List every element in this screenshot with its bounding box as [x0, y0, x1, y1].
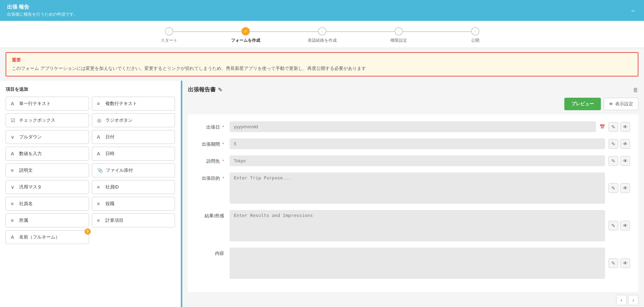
edit-field-button-results[interactable]: ✎: [609, 221, 618, 231]
sidebar-item-multi-text[interactable]: ≡複数行テキスト: [92, 97, 175, 111]
sidebar-item-employee-id[interactable]: ≡社員ID: [92, 180, 175, 194]
edit-field-button-destination[interactable]: ✎: [609, 156, 618, 166]
item-icon-fullname: A: [11, 234, 16, 240]
field-input-destination[interactable]: [230, 155, 605, 166]
warning-banner: 重要 このフォーム アプリケーションには変更を加えないでください。変更するとリン…: [6, 52, 638, 76]
stepper-step-0[interactable]: ○ スタート: [131, 27, 207, 43]
item-label-calc: 計算項目: [105, 217, 124, 224]
sidebar-item-file[interactable]: 📎ファイル添付: [92, 163, 175, 177]
view-field-button-results[interactable]: 👁: [620, 221, 630, 231]
next-page-button[interactable]: ›: [628, 295, 638, 305]
field-wrap-trip-date: 📅 ✎ 👁: [230, 121, 630, 132]
sidebar-item-calc[interactable]: ≡計算項目: [92, 213, 175, 227]
step-label-3: 権限設定: [390, 38, 407, 43]
form-row-content: 内容 ✎ 👁: [196, 248, 630, 279]
form-actions: プレビュー 👁 表示設定: [188, 98, 638, 110]
view-field-button-destination[interactable]: 👁: [620, 156, 630, 166]
form-row-trip-date: 出張日 * 📅 ✎ 👁: [196, 121, 630, 132]
sidebar-item-employee-name[interactable]: ≡社員名: [6, 197, 89, 211]
field-textarea-content[interactable]: [230, 248, 605, 279]
view-field-button-trip-purpose[interactable]: 👁: [620, 183, 630, 193]
sidebar-item-number[interactable]: A数値を入力: [6, 147, 89, 161]
stepper-step-2[interactable]: ○ 承認経路を作成: [284, 27, 360, 43]
sidebar: 項目を追加 A単一行テキスト≡複数行テキスト☑チェックボックス◎ラジオボタン∨プ…: [0, 81, 181, 307]
form-area: 出張報告書 ✎ 🗑 プレビュー 👁 表示設定 出張日 * 📅 ✎ 👁 出張期間 …: [182, 81, 644, 307]
item-label-pulldown: プルダウン: [19, 134, 42, 140]
edit-field-button-trip-period[interactable]: ✎: [609, 139, 618, 149]
form-row-results: 結果/所感 ✎ 👁: [196, 210, 630, 241]
item-icon-description: ≡: [11, 168, 16, 173]
step-circle-0: ○: [165, 27, 173, 35]
item-label-description: 説明文: [19, 167, 33, 173]
field-input-trip-period[interactable]: [230, 138, 605, 149]
form-title-text: 出張報告書: [188, 86, 216, 94]
item-icon-file: 📎: [97, 168, 103, 173]
field-actions-content: ✎ 👁: [609, 258, 630, 268]
sidebar-item-description[interactable]: ≡説明文: [6, 163, 89, 177]
stepper-step-1[interactable]: ✓ フォームを作成: [207, 27, 284, 43]
view-field-button-trip-period[interactable]: 👁: [620, 139, 630, 149]
field-input-trip-date[interactable]: [230, 121, 596, 132]
main-layout: 項目を追加 A単一行テキスト≡複数行テキスト☑チェックボックス◎ラジオボタン∨プ…: [0, 81, 644, 307]
eye-icon: 👁: [609, 102, 613, 107]
sidebar-item-datetime[interactable]: A日時: [92, 147, 175, 161]
required-mark: *: [222, 142, 224, 147]
sidebar-item-date[interactable]: A日付: [92, 130, 175, 144]
field-label-results: 結果/所感: [196, 210, 224, 219]
required-mark: *: [222, 159, 224, 164]
sidebar-item-radio[interactable]: ◎ラジオボタン: [92, 113, 175, 127]
sidebar-item-position[interactable]: ≡役職: [92, 197, 175, 211]
item-icon-radio: ◎: [97, 118, 103, 123]
item-icon-number: A: [11, 151, 16, 156]
field-actions-trip-date: ✎ 👁: [609, 122, 630, 132]
item-icon-date: A: [97, 134, 103, 140]
item-label-dept: 所属: [19, 217, 28, 224]
item-label-multi-text: 複数行テキスト: [105, 100, 137, 107]
item-icon-single-text: A: [11, 101, 16, 106]
prev-page-button[interactable]: ‹: [616, 295, 627, 305]
item-icon-dept: ≡: [11, 218, 16, 223]
display-button-label: 表示設定: [615, 101, 633, 107]
step-circle-2: ○: [318, 27, 326, 35]
back-button[interactable]: ←: [630, 7, 637, 15]
step-label-2: 承認経路を作成: [308, 38, 337, 43]
view-field-button-trip-date[interactable]: 👁: [620, 122, 630, 132]
preview-button[interactable]: プレビュー: [564, 98, 601, 110]
item-label-checkbox: チェックボックス: [19, 117, 55, 123]
item-label-employee-name: 社員名: [19, 201, 33, 207]
form-edit-icon[interactable]: ✎: [218, 87, 222, 93]
edit-field-button-content[interactable]: ✎: [609, 258, 618, 268]
form-title-actions: 🗑: [633, 87, 638, 93]
field-label-trip-purpose: 出張目的 *: [196, 172, 224, 181]
step-label-0: スタート: [161, 38, 177, 43]
form-card: 出張日 * 📅 ✎ 👁 出張期間 * ✎ 👁 訪問先 * ✎ 👁 出張目的 * …: [188, 114, 638, 292]
sidebar-item-pulldown[interactable]: ∨プルダウン: [6, 130, 89, 144]
item-icon-position: ≡: [97, 201, 103, 207]
stepper-step-3[interactable]: ○ 権限設定: [360, 27, 437, 43]
field-textarea-results[interactable]: [230, 210, 605, 241]
header: 出張 報告 出張後に報告を行うための申請です。 ←: [0, 0, 644, 21]
sidebar-item-fullname[interactable]: A名前（フルネーム）?: [6, 230, 89, 244]
sidebar-title: 項目を追加: [6, 86, 175, 92]
field-textarea-trip-purpose[interactable]: [230, 172, 605, 204]
item-label-position: 役職: [105, 201, 114, 207]
delete-icon[interactable]: 🗑: [633, 87, 638, 93]
required-mark: *: [222, 176, 224, 181]
display-button[interactable]: 👁 表示設定: [604, 98, 638, 110]
field-actions-results: ✎ 👁: [609, 221, 630, 231]
sidebar-item-dept[interactable]: ≡所属: [6, 213, 89, 227]
sidebar-item-master[interactable]: ∨汎用マスタ: [6, 180, 89, 194]
step-label-4: 公開: [471, 38, 479, 43]
item-label-fullname: 名前（フルネーム）: [19, 234, 60, 240]
sidebar-item-checkbox[interactable]: ☑チェックボックス: [6, 113, 89, 127]
view-field-button-content[interactable]: 👁: [620, 258, 630, 268]
edit-field-button-trip-purpose[interactable]: ✎: [609, 183, 618, 193]
sidebar-item-single-text[interactable]: A単一行テキスト: [6, 97, 89, 111]
pagination: ‹ ›: [188, 295, 638, 305]
item-icon-pulldown: ∨: [11, 134, 16, 140]
calendar-icon-trip-date: 📅: [599, 124, 605, 129]
edit-field-button-trip-date[interactable]: ✎: [609, 122, 618, 132]
field-wrap-trip-purpose: ✎ 👁: [230, 172, 630, 204]
stepper-step-4[interactable]: ○ 公開: [437, 27, 514, 43]
badge-fullname: ?: [85, 228, 91, 235]
